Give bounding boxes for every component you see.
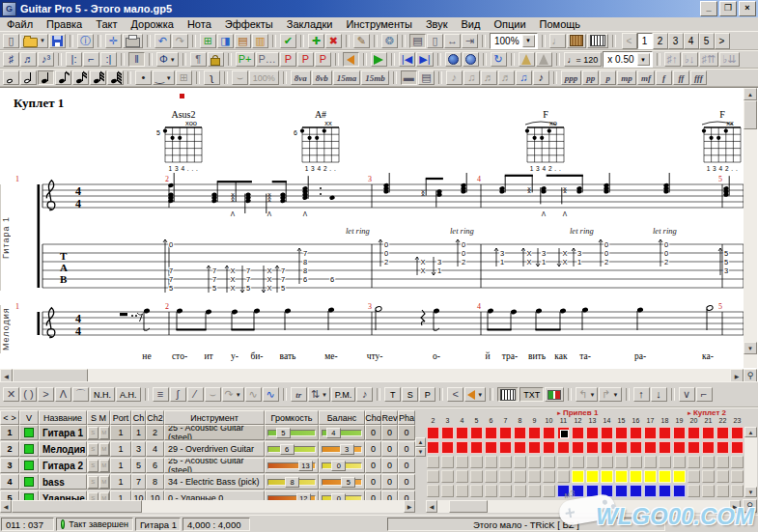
page-button-1[interactable]: 1: [637, 33, 653, 49]
grid-cell-Гитара 2-19[interactable]: [673, 456, 686, 468]
speed-select[interactable]: x 0.50▼: [603, 51, 652, 68]
track-next-button[interactable]: >: [12, 413, 16, 423]
grid-cell-bass-3[interactable]: [441, 470, 454, 483]
wide-vibrato-icon[interactable]: ∿: [263, 387, 279, 402]
grid-cell-bass-10[interactable]: [543, 470, 555, 483]
zoom-select-dropdown-icon[interactable]: ▼: [522, 35, 535, 47]
shift-string-up-icon[interactable]: ↑: [633, 387, 650, 402]
copy-bar-icon[interactable]: ▤: [235, 34, 251, 48]
file-info-icon[interactable]: ⓘ: [77, 34, 94, 48]
grid-cell-Гитара 2-14[interactable]: [601, 456, 613, 468]
play-icon[interactable]: [371, 52, 387, 67]
grid-scroll-up-icon[interactable]: ▲: [744, 427, 757, 437]
score-scroll-down-icon[interactable]: ▼: [744, 342, 757, 354]
track-channel2[interactable]: 8: [146, 474, 164, 490]
grid-cell-Гитара 2-2[interactable]: [427, 456, 439, 468]
grid-cell-Ударные-8[interactable]: [514, 485, 526, 497]
balance-slider-thumb[interactable]: 3: [340, 444, 354, 455]
octave-8va-button[interactable]: 8va: [291, 70, 311, 85]
marker-insert-icon[interactable]: P+: [236, 52, 255, 67]
slapping-button[interactable]: S: [402, 387, 418, 402]
new-file-icon[interactable]: ▯: [3, 34, 19, 48]
track-channel[interactable]: 7: [131, 474, 146, 490]
grid-cell-Гитара 2-8[interactable]: [514, 456, 526, 468]
grid-cell-Ударные-2[interactable]: [427, 485, 439, 497]
dynamic-mf-button[interactable]: mf: [637, 70, 655, 85]
track-name[interactable]: Мелодия: [39, 441, 87, 457]
popping-button[interactable]: P: [419, 387, 435, 402]
tremolo-icon[interactable]: ♫: [516, 70, 532, 85]
grid-cell-Гитара 1-13[interactable]: [586, 427, 599, 439]
grid-cell-Ударные-12[interactable]: [572, 485, 584, 497]
grid-cell-Мелодия-4[interactable]: [456, 441, 468, 454]
grid-cell-bass-21[interactable]: [702, 470, 715, 483]
grid-cell-Мелодия-19[interactable]: [673, 441, 686, 454]
track-channel[interactable]: 1: [131, 425, 146, 440]
track-port[interactable]: 1: [110, 441, 131, 457]
grid-cell-bass-12[interactable]: [572, 470, 584, 483]
grid-cell-Гитара 1-9[interactable]: [528, 427, 541, 439]
score-vscroll-thumb[interactable]: [744, 100, 757, 129]
grid-cell-Гитара 1-3[interactable]: [441, 427, 454, 439]
track-chorus[interactable]: 0: [365, 441, 381, 457]
balance-slider[interactable]: 3: [320, 443, 364, 456]
grid-cell-Гитара 2-4[interactable]: [456, 456, 468, 468]
marker-prev-icon[interactable]: P: [297, 52, 314, 67]
multitrack-view-icon[interactable]: ▤: [409, 34, 426, 48]
repeat-close-icon[interactable]: :|: [100, 52, 117, 67]
balance-slider-thumb[interactable]: 0: [331, 461, 346, 471]
grid-cell-Мелодия-2[interactable]: [427, 441, 439, 454]
score-scroll-left-icon[interactable]: ◀: [0, 369, 13, 382]
track-number-2[interactable]: 2: [0, 441, 19, 457]
grid-cell-bass-17[interactable]: [644, 470, 657, 483]
grid-cell-Гитара 2-9[interactable]: [528, 456, 541, 468]
menu-9[interactable]: Звук: [419, 17, 455, 31]
grid-cell-bass-16[interactable]: [630, 470, 642, 483]
grid-cell-Мелодия-3[interactable]: [441, 441, 454, 454]
grid-cell-bass-20[interactable]: [688, 470, 700, 483]
quarter-note-icon[interactable]: [38, 70, 54, 85]
track-visible-toggle[interactable]: [19, 441, 39, 457]
artificial-harmonic-button[interactable]: A.H.: [116, 387, 141, 402]
trill-button[interactable]: tr: [291, 387, 307, 402]
track-phaser[interactable]: 0: [398, 441, 415, 457]
volume-slider-thumb[interactable]: 8: [285, 477, 299, 488]
open-file-icon[interactable]: ▼: [20, 34, 48, 48]
grid-cell-Ударные-4[interactable]: [456, 485, 468, 497]
score-vscrollbar[interactable]: [744, 88, 757, 368]
grid-cell-Ударные-19[interactable]: [673, 485, 686, 497]
pick-note-icon[interactable]: ♪: [356, 387, 373, 402]
natural-harmonic-button[interactable]: N.H.: [90, 387, 115, 402]
page-prev-button[interactable]: <: [622, 33, 637, 49]
tuplet-icon[interactable]: ♪³: [38, 52, 54, 67]
fit-width-icon[interactable]: ↔: [444, 34, 461, 48]
grid-cell-Ударные-22[interactable]: [716, 485, 729, 497]
grid-cell-Ударные-9[interactable]: [528, 485, 541, 497]
grid-cell-bass-18[interactable]: [659, 470, 671, 483]
whole-note-icon[interactable]: [3, 70, 19, 85]
grid-cell-bass-7[interactable]: [499, 470, 512, 483]
grid-cell-bass-22[interactable]: [716, 470, 729, 483]
close-button[interactable]: ×: [739, 1, 756, 16]
eighth-note-icon[interactable]: [55, 70, 71, 85]
grid-cell-Гитара 1-7[interactable]: [499, 427, 512, 439]
grid-cell-Мелодия-22[interactable]: [716, 441, 729, 454]
page-button-4[interactable]: 4: [684, 33, 699, 49]
balance-slider-thumb[interactable]: 4: [326, 428, 341, 438]
dynamic-f-button[interactable]: f: [656, 70, 672, 85]
track-port[interactable]: 1: [110, 458, 131, 473]
grid-cell-Гитара 2-7[interactable]: [499, 456, 512, 468]
grid-cell-Мелодия-11[interactable]: [557, 441, 570, 454]
menu-5[interactable]: Нота: [181, 17, 218, 31]
grid-cell-Ударные-17[interactable]: [644, 485, 657, 497]
grid-cell-Ударные-11[interactable]: [557, 485, 570, 497]
let-ring-icon[interactable]: ⌒: [72, 387, 89, 402]
balance-slider[interactable]: 5: [320, 476, 364, 489]
marker-first-icon[interactable]: P: [280, 52, 296, 67]
grid-cell-Мелодия-14[interactable]: [601, 441, 613, 454]
note-names-icon[interactable]: [497, 387, 519, 402]
last-bar-icon[interactable]: ▶|: [416, 52, 433, 67]
solo-button[interactable]: S: [88, 460, 98, 472]
solo-button[interactable]: S: [88, 427, 98, 439]
palm-mute-button[interactable]: P.M.: [331, 387, 355, 402]
